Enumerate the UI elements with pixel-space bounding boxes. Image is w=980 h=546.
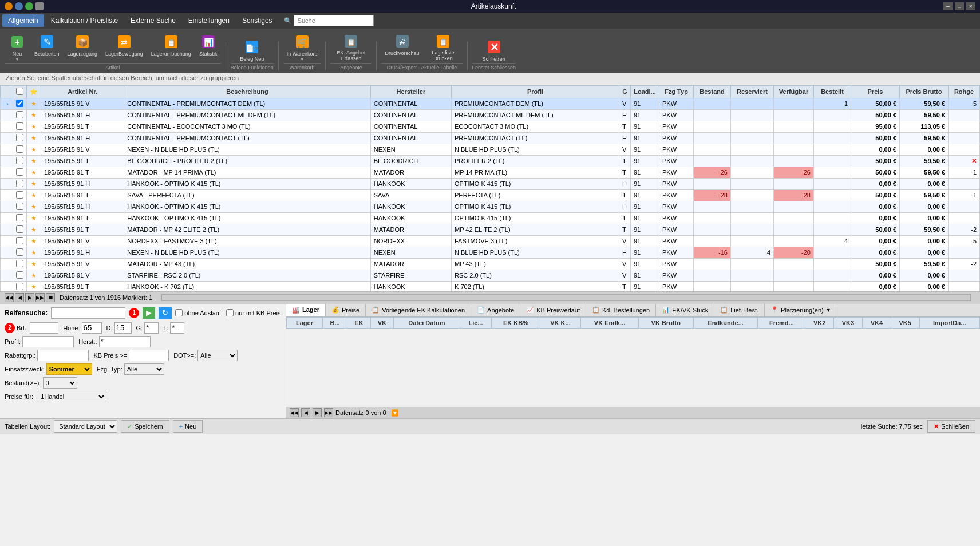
- row-check-cell[interactable]: [13, 247, 27, 258]
- close-btn[interactable]: ✕: [966, 2, 975, 10]
- row-check-cell[interactable]: [13, 178, 27, 189]
- col-bestand-header[interactable]: Bestand: [694, 85, 731, 98]
- inner-col-lie[interactable]: Lie...: [460, 317, 491, 328]
- inner-col-ek-kb[interactable]: EK KB%: [492, 317, 540, 328]
- rabattgrp-input[interactable]: [37, 350, 89, 361]
- row-star-cell[interactable]: ★: [27, 258, 41, 270]
- col-load-header[interactable]: Loadi...: [631, 85, 659, 98]
- ohne-auslauf-checkbox[interactable]: [175, 309, 183, 316]
- row-star-cell[interactable]: ★: [27, 189, 41, 201]
- inner-col-vk3[interactable]: VK3: [834, 317, 863, 328]
- col-beschreibung-header[interactable]: Beschreibung: [124, 85, 370, 98]
- btn-beleg-neu[interactable]: 📄+ Beleg Neu: [235, 37, 269, 63]
- col-hersteller-header[interactable]: Hersteller: [370, 85, 451, 98]
- btn-statistik[interactable]: 📊 Statistik: [196, 31, 221, 63]
- inner-col-fremd[interactable]: Fremd...: [758, 317, 805, 328]
- col-bestellt-header[interactable]: Bestellt: [814, 85, 851, 98]
- brt-input[interactable]: [30, 322, 58, 334]
- d-input[interactable]: [114, 322, 132, 334]
- save-btn[interactable]: ✓ Speichern: [121, 420, 169, 433]
- tab-ek-vk-stuck[interactable]: 📊 EK/VK Stück: [656, 304, 714, 316]
- menu-allgemein[interactable]: Allgemein: [2, 14, 44, 27]
- row-check-cell[interactable]: [13, 167, 27, 178]
- row-check-cell[interactable]: [13, 98, 27, 109]
- inner-col-lager[interactable]: Lager: [287, 317, 323, 328]
- tab-lief-best[interactable]: 📋 Lief. Best.: [714, 304, 765, 316]
- dot-select[interactable]: Alle: [197, 350, 238, 361]
- row-check-cell[interactable]: [13, 281, 27, 291]
- inner-nav-next[interactable]: ▶: [313, 408, 322, 417]
- row-star-cell[interactable]: ★: [27, 144, 41, 155]
- row-check-cell[interactable]: [13, 155, 27, 167]
- tab-kd-bestellungen[interactable]: 📋 Kd. Bestellungen: [586, 304, 656, 316]
- row-star-cell[interactable]: ★: [27, 167, 41, 178]
- row-star-cell[interactable]: ★: [27, 247, 41, 258]
- row-check-cell[interactable]: [13, 201, 27, 212]
- table-row[interactable]: ★195/65R15 91 TBF GOODRICH - PROFILER 2 …: [1, 155, 980, 167]
- nav-last[interactable]: ▶▶: [35, 293, 45, 302]
- nur-kb-checkbox[interactable]: [226, 309, 234, 316]
- menu-sonstiges[interactable]: Sonstiges: [236, 14, 278, 27]
- row-star-cell[interactable]: ★: [27, 98, 41, 109]
- inner-col-vk[interactable]: VK: [370, 317, 393, 328]
- tab-preise[interactable]: 💰 Preise: [326, 304, 366, 316]
- btn-lagerzugang[interactable]: 📦 Lagerzugang: [64, 31, 101, 63]
- tab-platzierungen[interactable]: 📍 Platzierung(en) ▼: [765, 304, 837, 316]
- inner-col-endkunde[interactable]: Endkunde...: [693, 317, 758, 328]
- table-row[interactable]: ★195/65R15 91 HCONTINENTAL - PREMIUMCONT…: [1, 109, 980, 121]
- btn-in-warenkorb[interactable]: 🛒 In Warenkorb ▼: [283, 31, 321, 63]
- row-star-cell[interactable]: ★: [27, 155, 41, 167]
- table-row[interactable]: ★195/65R15 91 THANKOOK - OPTIMO K 415 (T…: [1, 212, 980, 224]
- table-row[interactable]: ★195/65R15 91 VNEXEN - N BLUE HD PLUS (T…: [1, 144, 980, 155]
- nav-next[interactable]: ▶: [25, 293, 34, 302]
- col-rohge-header[interactable]: Rohge: [949, 85, 980, 98]
- table-row[interactable]: ★195/65R15 91 HNEXEN - N BLUE HD PLUS (T…: [1, 247, 980, 258]
- col-reserviert-header[interactable]: Reserviert: [731, 85, 774, 98]
- inner-col-vk4[interactable]: VK4: [862, 317, 891, 328]
- table-row[interactable]: ★195/65R15 91 TMATADOR - MP 42 ELITE 2 (…: [1, 224, 980, 235]
- inner-col-vk2[interactable]: VK2: [805, 317, 834, 328]
- btn-schliessen[interactable]: ✕ Schließen: [479, 37, 509, 63]
- inner-col-b[interactable]: B...: [323, 317, 347, 328]
- row-star-cell[interactable]: ★: [27, 109, 41, 121]
- btn-lagerbewegung[interactable]: ⇄ LagerBewegung: [102, 31, 147, 63]
- table-row[interactable]: ★195/65R15 91 TMATADOR - MP 14 PRIMA (TL…: [1, 167, 980, 178]
- inner-nav-first[interactable]: ◀◀: [290, 408, 299, 417]
- row-star-cell[interactable]: ★: [27, 281, 41, 291]
- row-check-cell[interactable]: [13, 270, 27, 281]
- fzg-typ-select[interactable]: Alle: [124, 363, 164, 375]
- row-check-cell[interactable]: [13, 224, 27, 235]
- row-check-cell[interactable]: [13, 258, 27, 270]
- table-row[interactable]: →★195/65R15 91 VCONTINENTAL - PREMIUMCON…: [1, 98, 980, 109]
- profil-input[interactable]: [22, 336, 74, 347]
- row-check-cell[interactable]: [13, 212, 27, 224]
- table-row[interactable]: ★195/65R15 91 VNORDEXX - FASTMOVE 3 (TL)…: [1, 235, 980, 247]
- table-row[interactable]: ★195/65R15 91 HHANKOOK - OPTIMO K 415 (T…: [1, 201, 980, 212]
- row-star-cell[interactable]: ★: [27, 201, 41, 212]
- col-profil-header[interactable]: Profil: [452, 85, 619, 98]
- tab-vorliegende-ek[interactable]: 📋 Vorliegende EK Kalkulationen: [366, 304, 471, 316]
- layout-select[interactable]: Standard Layout: [54, 420, 117, 433]
- row-check-cell[interactable]: [13, 235, 27, 247]
- table-row[interactable]: ★195/65R15 91 TCONTINENTAL - ECOCONTACT …: [1, 121, 980, 132]
- search-go-btn[interactable]: ▶: [143, 307, 155, 319]
- herst-input[interactable]: [99, 336, 151, 347]
- row-star-cell[interactable]: ★: [27, 235, 41, 247]
- menu-externe-suche[interactable]: Externe Suche: [125, 14, 181, 27]
- footer-neu-btn[interactable]: + Neu: [173, 420, 203, 433]
- btn-lagerliste[interactable]: 📋 Lagerliste Drucken: [424, 31, 463, 63]
- row-check-cell[interactable]: [13, 109, 27, 121]
- bestand-select[interactable]: 0: [43, 377, 77, 389]
- row-star-cell[interactable]: ★: [27, 178, 41, 189]
- row-star-cell[interactable]: ★: [27, 212, 41, 224]
- maximize-btn[interactable]: □: [955, 2, 964, 10]
- inner-nav-prev[interactable]: ◀: [301, 408, 310, 417]
- inner-col-vk-endk[interactable]: VK Endk...: [581, 317, 639, 328]
- nav-first[interactable]: ◀◀: [5, 293, 14, 302]
- table-row[interactable]: ★195/65R15 91 VSTARFIRE - RSC 2.0 (TL)ST…: [1, 270, 980, 281]
- inner-col-vk5[interactable]: VK5: [891, 317, 919, 328]
- btn-neu[interactable]: + Neu ▼: [5, 31, 30, 63]
- col-verfugbar-header[interactable]: Verfügbar: [774, 85, 814, 98]
- table-row[interactable]: ★195/65R15 91 THANKOOK - K 702 (TL)HANKO…: [1, 281, 980, 291]
- minimize-btn[interactable]: ─: [943, 2, 953, 10]
